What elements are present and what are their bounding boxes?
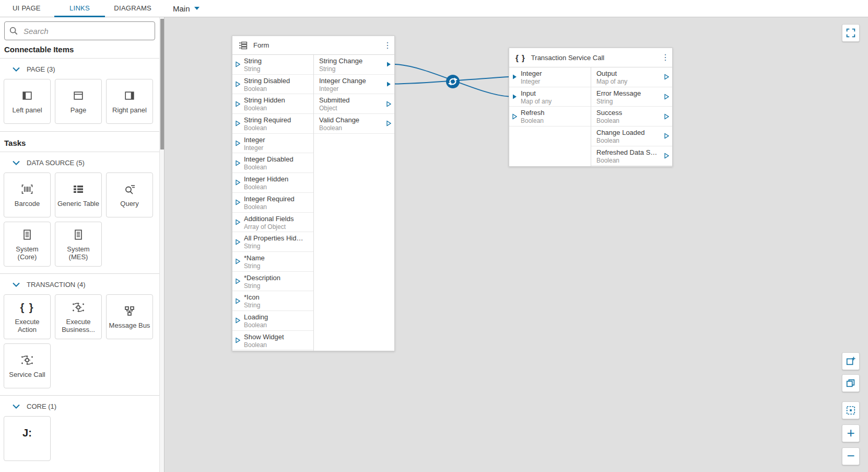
item-right-panel[interactable]: Right panel: [106, 79, 153, 124]
port-icon[interactable]: [236, 318, 240, 324]
item-query[interactable]: Query: [106, 172, 153, 217]
port-icon[interactable]: [236, 62, 240, 67]
port-icon[interactable]: [386, 101, 391, 107]
item-core-1-0[interactable]: J:: [4, 416, 51, 461]
item-generic-table[interactable]: Generic Table: [55, 172, 102, 217]
port-name: All Properties Hidden M...: [244, 234, 306, 242]
port-row-output[interactable]: OutputMap of any: [591, 67, 672, 87]
port-row-all-properties-hidden-m[interactable]: All Properties Hidden M...String: [232, 232, 313, 252]
port-row-integer-hidden[interactable]: Integer HiddenBoolean: [232, 173, 313, 193]
item-system-mes[interactable]: System (MES): [55, 222, 102, 267]
port-type: Boolean: [596, 117, 661, 124]
port-icon[interactable]: [236, 101, 240, 107]
port-row-submitted[interactable]: SubmittedObject: [314, 94, 394, 114]
port-row-loading[interactable]: LoadingBoolean: [232, 311, 313, 331]
tab-diagrams[interactable]: DIAGRAMS: [106, 0, 159, 17]
port-icon[interactable]: [236, 337, 240, 343]
item-left-panel[interactable]: Left panel: [4, 79, 51, 124]
caret-down-icon[interactable]: [194, 7, 200, 10]
port-icon[interactable]: [236, 141, 240, 146]
braces-icon: { }: [515, 54, 525, 62]
fit-view-button[interactable]: [842, 401, 860, 419]
node-transaction-service-call[interactable]: { }Transaction Service Call⋮IntegerInteg…: [509, 48, 673, 167]
port-row-integer[interactable]: IntegerInteger: [232, 134, 313, 154]
port-row-show-widget[interactable]: Show WidgetBoolean: [232, 331, 313, 351]
port-icon[interactable]: [236, 121, 240, 126]
port-connected-icon[interactable]: [386, 82, 391, 87]
port-icon[interactable]: [236, 82, 240, 87]
port-row-refreshed-data-source[interactable]: Refreshed Data SourceBoolean: [591, 146, 672, 166]
port-connected-icon[interactable]: [512, 74, 517, 80]
overview-button[interactable]: [842, 374, 860, 392]
port-connected-icon[interactable]: [386, 62, 391, 67]
node-menu-icon[interactable]: ⋮: [383, 41, 392, 50]
breadcrumb[interactable]: Main: [173, 4, 190, 13]
port-row-string[interactable]: StringString: [232, 55, 313, 75]
item-message-bus[interactable]: Message Bus: [106, 294, 153, 339]
item-execute-business[interactable]: Execute Business...: [55, 294, 102, 339]
port-icon[interactable]: [386, 121, 391, 126]
port-row-input[interactable]: InputMap of any: [509, 87, 591, 107]
search-icon: [9, 26, 18, 36]
port-row-string-disabled[interactable]: String DisabledBoolean: [232, 75, 313, 95]
port-icon[interactable]: [236, 278, 240, 284]
port-row-integer[interactable]: IntegerInteger: [509, 67, 591, 87]
port-icon[interactable]: [664, 94, 669, 100]
port-row-success[interactable]: SuccessBoolean: [591, 107, 672, 126]
form-icon: [239, 41, 248, 50]
port-row-error-message[interactable]: Error MessageString: [591, 87, 672, 107]
port-icon[interactable]: [664, 74, 669, 80]
port-icon[interactable]: [512, 113, 517, 119]
item-barcode[interactable]: Barcode: [4, 172, 51, 217]
port-row-integer-required[interactable]: Integer RequiredBoolean: [232, 193, 313, 213]
node-form[interactable]: Form⋮StringStringString DisabledBooleanS…: [232, 36, 395, 351]
port-icon[interactable]: [236, 259, 240, 264]
port-row-integer-disabled[interactable]: Integer DisabledBoolean: [232, 153, 313, 173]
port-icon[interactable]: [664, 153, 669, 159]
item-system-core[interactable]: System (Core): [4, 222, 51, 267]
item-service-call[interactable]: Service Call: [4, 343, 51, 388]
search-input[interactable]: [4, 21, 155, 40]
group-header-data-source-5[interactable]: DATA SOURCE (5): [0, 152, 159, 172]
item-page[interactable]: Page: [55, 79, 102, 124]
node-header[interactable]: Form⋮: [232, 36, 394, 55]
port-name: *Description: [244, 274, 306, 282]
port-row-description[interactable]: *DescriptionString: [232, 272, 313, 292]
fullscreen-button[interactable]: [842, 24, 860, 42]
diagram-canvas[interactable]: + − Form⋮StringStringString DisabledBool…: [164, 17, 868, 472]
barcode-icon: [21, 182, 33, 197]
port-row-string-hidden[interactable]: String HiddenBoolean: [232, 94, 313, 114]
port-icon[interactable]: [236, 298, 240, 304]
group-header-page-3[interactable]: PAGE (3): [0, 59, 159, 79]
item-execute-action[interactable]: { }Execute Action: [4, 294, 51, 339]
port-row-string-change[interactable]: String ChangeString: [314, 55, 394, 75]
port-row-valid-change[interactable]: Valid ChangeBoolean: [314, 114, 394, 134]
group-header-core-1[interactable]: CORE (1): [0, 396, 159, 416]
port-icon[interactable]: [236, 160, 240, 166]
add-frame-button[interactable]: [842, 352, 860, 370]
port-row-additional-fields[interactable]: Additional FieldsArray of Object: [232, 213, 313, 233]
port-icon[interactable]: [664, 133, 669, 139]
port-icon[interactable]: [236, 219, 240, 225]
node-header[interactable]: { }Transaction Service Call⋮: [509, 48, 672, 67]
link-transform-badge[interactable]: [446, 75, 460, 88]
tab-ui-page[interactable]: UI PAGE: [0, 0, 53, 17]
port-row-icon[interactable]: *IconString: [232, 291, 313, 311]
port-row-string-required[interactable]: String RequiredBoolean: [232, 114, 313, 134]
port-icon[interactable]: [236, 200, 240, 205]
item-label: Service Call: [7, 371, 46, 379]
node-menu-icon[interactable]: ⋮: [661, 53, 670, 62]
port-connected-icon[interactable]: [512, 94, 517, 100]
group-header-transaction-4[interactable]: TRANSACTION (4): [0, 274, 159, 294]
port-icon[interactable]: [236, 180, 240, 186]
port-row-name[interactable]: *NameString: [232, 252, 313, 272]
tab-links[interactable]: LINKS: [53, 0, 107, 17]
zoom-in-button[interactable]: +: [842, 424, 860, 442]
port-name: String Change: [319, 57, 383, 65]
zoom-out-button[interactable]: −: [842, 447, 860, 465]
port-icon[interactable]: [236, 239, 240, 245]
port-icon[interactable]: [664, 113, 669, 119]
port-row-refresh[interactable]: RefreshBoolean: [509, 107, 591, 126]
port-row-integer-change[interactable]: Integer ChangeInteger: [314, 75, 394, 95]
port-row-change-loaded[interactable]: Change LoadedBoolean: [591, 126, 672, 146]
